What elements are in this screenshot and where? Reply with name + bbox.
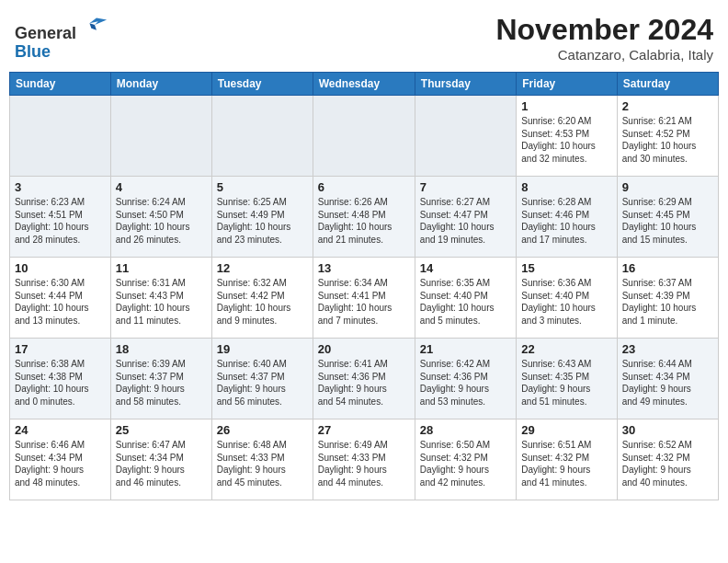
- logo: General Blue: [15, 13, 108, 62]
- day-info: Sunrise: 6:31 AM Sunset: 4:43 PM Dayligh…: [116, 277, 207, 327]
- logo-general: General: [15, 24, 76, 42]
- day-number: 30: [622, 423, 713, 437]
- calendar-week-row: 1Sunrise: 6:20 AM Sunset: 4:53 PM Daylig…: [10, 96, 719, 177]
- day-number: 18: [116, 342, 207, 356]
- calendar-week-row: 17Sunrise: 6:38 AM Sunset: 4:38 PM Dayli…: [10, 339, 719, 419]
- day-info: Sunrise: 6:43 AM Sunset: 4:35 PM Dayligh…: [521, 358, 611, 408]
- calendar-header-wednesday: Wednesday: [313, 73, 415, 96]
- calendar-day-cell: 4Sunrise: 6:24 AM Sunset: 4:50 PM Daylig…: [110, 177, 211, 258]
- day-number: 4: [116, 180, 207, 194]
- calendar-day-cell: 17Sunrise: 6:38 AM Sunset: 4:38 PM Dayli…: [10, 339, 111, 419]
- logo-text: General: [15, 13, 108, 43]
- page-header: General Blue November 2024 Catanzaro, Ca…: [9, 9, 719, 66]
- day-info: Sunrise: 6:46 AM Sunset: 4:34 PM Dayligh…: [15, 439, 106, 488]
- day-number: 15: [521, 261, 611, 275]
- calendar-week-row: 3Sunrise: 6:23 AM Sunset: 4:51 PM Daylig…: [10, 177, 719, 258]
- calendar-table: SundayMondayTuesdayWednesdayThursdayFrid…: [9, 72, 719, 500]
- day-number: 5: [217, 180, 308, 194]
- day-info: Sunrise: 6:24 AM Sunset: 4:50 PM Dayligh…: [116, 196, 207, 246]
- svg-marker-0: [90, 18, 108, 25]
- day-info: Sunrise: 6:39 AM Sunset: 4:37 PM Dayligh…: [116, 358, 207, 408]
- day-number: 7: [420, 180, 511, 194]
- calendar-day-cell: [110, 96, 211, 177]
- day-info: Sunrise: 6:48 AM Sunset: 4:33 PM Dayligh…: [217, 439, 308, 488]
- calendar-week-row: 10Sunrise: 6:30 AM Sunset: 4:44 PM Dayli…: [10, 258, 719, 339]
- calendar-day-cell: 25Sunrise: 6:47 AM Sunset: 4:34 PM Dayli…: [110, 419, 211, 500]
- logo-blue-text: Blue: [15, 43, 108, 62]
- day-info: Sunrise: 6:23 AM Sunset: 4:51 PM Dayligh…: [15, 196, 106, 246]
- logo-bird-icon: [83, 13, 108, 39]
- calendar-day-cell: 2Sunrise: 6:21 AM Sunset: 4:52 PM Daylig…: [617, 96, 718, 177]
- day-info: Sunrise: 6:35 AM Sunset: 4:40 PM Dayligh…: [420, 277, 511, 327]
- calendar-header-thursday: Thursday: [415, 73, 516, 96]
- day-number: 1: [521, 99, 611, 113]
- svg-marker-1: [90, 23, 97, 29]
- calendar-week-row: 24Sunrise: 6:46 AM Sunset: 4:34 PM Dayli…: [10, 419, 719, 500]
- day-info: Sunrise: 6:32 AM Sunset: 4:42 PM Dayligh…: [217, 277, 308, 327]
- day-number: 24: [15, 423, 106, 437]
- day-number: 3: [15, 180, 106, 194]
- day-number: 10: [15, 261, 106, 275]
- calendar-header-row: SundayMondayTuesdayWednesdayThursdayFrid…: [10, 73, 719, 96]
- day-number: 12: [217, 261, 308, 275]
- calendar-day-cell: 7Sunrise: 6:27 AM Sunset: 4:47 PM Daylig…: [415, 177, 516, 258]
- day-info: Sunrise: 6:25 AM Sunset: 4:49 PM Dayligh…: [217, 196, 308, 246]
- day-number: 21: [420, 342, 511, 356]
- day-info: Sunrise: 6:41 AM Sunset: 4:36 PM Dayligh…: [318, 358, 410, 408]
- calendar-day-cell: [10, 96, 111, 177]
- day-number: 9: [622, 180, 713, 194]
- calendar-day-cell: [415, 96, 516, 177]
- calendar-day-cell: 16Sunrise: 6:37 AM Sunset: 4:39 PM Dayli…: [617, 258, 718, 339]
- calendar-day-cell: [313, 96, 415, 177]
- day-info: Sunrise: 6:38 AM Sunset: 4:38 PM Dayligh…: [15, 358, 106, 408]
- calendar-day-cell: 21Sunrise: 6:42 AM Sunset: 4:36 PM Dayli…: [415, 339, 516, 419]
- day-info: Sunrise: 6:37 AM Sunset: 4:39 PM Dayligh…: [622, 277, 713, 327]
- calendar-day-cell: 15Sunrise: 6:36 AM Sunset: 4:40 PM Dayli…: [517, 258, 617, 339]
- calendar-header-monday: Monday: [110, 73, 211, 96]
- day-info: Sunrise: 6:40 AM Sunset: 4:37 PM Dayligh…: [217, 358, 308, 408]
- day-info: Sunrise: 6:21 AM Sunset: 4:52 PM Dayligh…: [622, 115, 713, 165]
- calendar-day-cell: 10Sunrise: 6:30 AM Sunset: 4:44 PM Dayli…: [10, 258, 111, 339]
- day-number: 17: [15, 342, 106, 356]
- day-info: Sunrise: 6:34 AM Sunset: 4:41 PM Dayligh…: [318, 277, 410, 327]
- calendar-day-cell: 30Sunrise: 6:52 AM Sunset: 4:32 PM Dayli…: [617, 419, 718, 500]
- day-info: Sunrise: 6:20 AM Sunset: 4:53 PM Dayligh…: [521, 115, 611, 165]
- day-info: Sunrise: 6:26 AM Sunset: 4:48 PM Dayligh…: [318, 196, 410, 246]
- day-number: 6: [318, 180, 410, 194]
- day-number: 20: [318, 342, 410, 356]
- day-info: Sunrise: 6:44 AM Sunset: 4:34 PM Dayligh…: [622, 358, 713, 408]
- day-number: 2: [622, 99, 713, 113]
- calendar-day-cell: [211, 96, 313, 177]
- day-number: 19: [217, 342, 308, 356]
- day-number: 8: [521, 180, 611, 194]
- calendar-day-cell: 9Sunrise: 6:29 AM Sunset: 4:45 PM Daylig…: [617, 177, 718, 258]
- day-info: Sunrise: 6:49 AM Sunset: 4:33 PM Dayligh…: [318, 439, 410, 488]
- day-info: Sunrise: 6:27 AM Sunset: 4:47 PM Dayligh…: [420, 196, 511, 246]
- calendar-day-cell: 14Sunrise: 6:35 AM Sunset: 4:40 PM Dayli…: [415, 258, 516, 339]
- location-subtitle: Catanzaro, Calabria, Italy: [495, 47, 713, 63]
- day-number: 13: [318, 261, 410, 275]
- calendar-header-tuesday: Tuesday: [211, 73, 313, 96]
- day-info: Sunrise: 6:50 AM Sunset: 4:32 PM Dayligh…: [420, 439, 511, 488]
- calendar-day-cell: 18Sunrise: 6:39 AM Sunset: 4:37 PM Dayli…: [110, 339, 211, 419]
- day-info: Sunrise: 6:52 AM Sunset: 4:32 PM Dayligh…: [622, 439, 713, 488]
- month-title: November 2024: [495, 13, 713, 47]
- day-info: Sunrise: 6:28 AM Sunset: 4:46 PM Dayligh…: [521, 196, 611, 246]
- logo-blue: Blue: [15, 42, 51, 61]
- calendar-day-cell: 6Sunrise: 6:26 AM Sunset: 4:48 PM Daylig…: [313, 177, 415, 258]
- day-number: 22: [521, 342, 611, 356]
- day-info: Sunrise: 6:36 AM Sunset: 4:40 PM Dayligh…: [521, 277, 611, 327]
- day-info: Sunrise: 6:30 AM Sunset: 4:44 PM Dayligh…: [15, 277, 106, 327]
- calendar-day-cell: 26Sunrise: 6:48 AM Sunset: 4:33 PM Dayli…: [211, 419, 313, 500]
- day-info: Sunrise: 6:29 AM Sunset: 4:45 PM Dayligh…: [622, 196, 713, 246]
- day-number: 29: [521, 423, 611, 437]
- day-number: 27: [318, 423, 410, 437]
- calendar-day-cell: 11Sunrise: 6:31 AM Sunset: 4:43 PM Dayli…: [110, 258, 211, 339]
- title-area: November 2024 Catanzaro, Calabria, Italy: [495, 13, 713, 63]
- day-info: Sunrise: 6:42 AM Sunset: 4:36 PM Dayligh…: [420, 358, 511, 408]
- calendar-header-friday: Friday: [517, 73, 617, 96]
- calendar-day-cell: 23Sunrise: 6:44 AM Sunset: 4:34 PM Dayli…: [617, 339, 718, 419]
- calendar-day-cell: 28Sunrise: 6:50 AM Sunset: 4:32 PM Dayli…: [415, 419, 516, 500]
- day-number: 23: [622, 342, 713, 356]
- calendar-header-sunday: Sunday: [10, 73, 111, 96]
